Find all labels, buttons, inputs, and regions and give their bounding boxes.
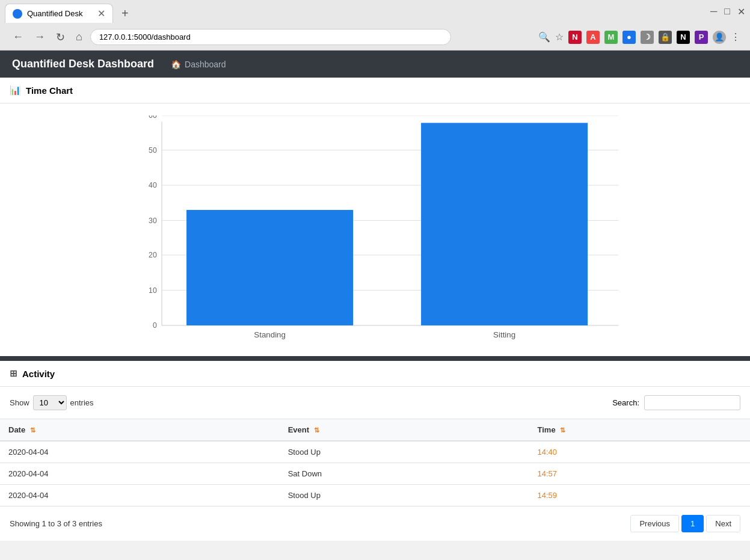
show-label: Show: [10, 398, 29, 407]
svg-text:10: 10: [149, 286, 157, 295]
search-area: Search:: [612, 395, 740, 410]
time-cell: 14:57: [529, 463, 750, 485]
svg-text:60: 60: [149, 115, 157, 120]
home-button[interactable]: ⌂: [73, 29, 85, 45]
event-column-header[interactable]: Event ⇅: [280, 419, 529, 442]
table-row: 2020-04-04 Stood Up 14:59: [0, 485, 750, 506]
time-column-header[interactable]: Time ⇅: [529, 419, 750, 442]
previous-button[interactable]: Previous: [630, 515, 679, 532]
activity-section: ⊞ Activity Show 10 25 50 100 entries Sea…: [0, 361, 750, 541]
time-chart-title: Time Chart: [26, 85, 73, 96]
extension-lock-icon[interactable]: 🔒: [659, 31, 672, 44]
search-input[interactable]: [644, 395, 740, 410]
table-row: 2020-04-04 Sat Down 14:57: [0, 463, 750, 485]
event-cell: Stood Up: [280, 441, 529, 463]
activity-controls: Show 10 25 50 100 entries Search:: [0, 387, 750, 419]
app-title: Quantified Desk Dashboard: [12, 58, 154, 70]
next-button[interactable]: Next: [706, 515, 740, 532]
page-content: Quantified Desk Dashboard 🏠 Dashboard 📊 …: [0, 51, 750, 541]
extension-blue-icon[interactable]: ●: [622, 31, 636, 44]
extension-notion-icon[interactable]: N: [677, 31, 690, 44]
tab-favicon: [13, 9, 22, 19]
standing-bar: [186, 210, 353, 325]
app-header: Quantified Desk Dashboard 🏠 Dashboard: [0, 51, 750, 78]
url-input[interactable]: [90, 29, 451, 45]
forward-button[interactable]: →: [31, 29, 48, 45]
time-sort-icon: ⇅: [560, 426, 565, 434]
bookmark-icon[interactable]: ☆: [555, 31, 564, 43]
browser-tab[interactable]: Quantified Desk ✕: [5, 4, 113, 23]
svg-text:Sitting: Sitting: [493, 330, 515, 339]
entries-select[interactable]: 10 25 50 100: [33, 395, 67, 410]
svg-text:50: 50: [149, 146, 157, 155]
address-bar: ← → ↻ ⌂ 🔍 ☆ N A M ● ☽ 🔒 N P 👤 ⋮: [5, 26, 745, 50]
window-controls: ─ □ ✕: [710, 6, 745, 21]
svg-text:30: 30: [149, 217, 157, 225]
section-divider: [0, 356, 750, 361]
browser-chrome: Quantified Desk ✕ + ─ □ ✕ ← → ↻ ⌂ 🔍 ☆ N …: [0, 0, 750, 51]
back-button[interactable]: ←: [10, 29, 26, 45]
profile-avatar[interactable]: 👤: [713, 31, 726, 44]
event-cell: Sat Down: [280, 463, 529, 485]
extension-pocket-icon[interactable]: P: [695, 31, 708, 44]
svg-text:Standing: Standing: [254, 330, 286, 339]
event-sort-icon: ⇅: [314, 426, 319, 434]
event-cell: Stood Up: [280, 485, 529, 506]
search-label: Search:: [612, 398, 639, 407]
time-cell: 14:59: [529, 485, 750, 506]
nav-label: Dashboard: [185, 60, 226, 69]
table-header-row: Date ⇅ Event ⇅ Time ⇅: [0, 419, 750, 442]
time-chart-header: 📊 Time Chart: [0, 78, 750, 103]
search-icon[interactable]: 🔍: [538, 31, 550, 43]
extension-momentum-icon[interactable]: M: [604, 31, 618, 44]
table-row: 2020-04-04 Stood Up 14:40: [0, 441, 750, 463]
new-tab-button[interactable]: +: [117, 4, 134, 23]
activity-table: Date ⇅ Event ⇅ Time ⇅ 2020-04-04 Stood U…: [0, 419, 750, 506]
time-cell: 14:40: [529, 441, 750, 463]
bar-chart-svg: 0 10 20 30 40 50 60 Standing Sitting: [30, 115, 738, 350]
show-entries-control: Show 10 25 50 100 entries: [10, 395, 94, 410]
sitting-bar: [421, 123, 588, 325]
date-cell: 2020-04-04: [0, 463, 280, 485]
tab-close-button[interactable]: ✕: [97, 8, 105, 19]
svg-text:40: 40: [149, 181, 157, 189]
home-nav-icon: 🏠: [171, 60, 181, 69]
pagination-controls: Previous 1 Next: [630, 515, 740, 532]
activity-header: ⊞ Activity: [0, 361, 750, 387]
table-icon: ⊞: [10, 368, 17, 379]
extension-adblock-icon[interactable]: A: [586, 31, 600, 44]
chart-area: 0 10 20 30 40 50 60 Standing Sitting: [0, 103, 750, 356]
tab-title: Quantified Desk: [27, 9, 83, 18]
date-cell: 2020-04-04: [0, 441, 280, 463]
bar-chart-icon: 📊: [10, 85, 21, 96]
minimize-button[interactable]: ─: [710, 6, 717, 17]
extension-onenote-icon[interactable]: N: [568, 31, 582, 44]
pagination-info: Showing 1 to 3 of 3 entries: [10, 519, 102, 528]
entries-label: entries: [70, 398, 94, 407]
page-1-button[interactable]: 1: [681, 515, 704, 532]
activity-title: Activity: [22, 369, 55, 379]
refresh-button[interactable]: ↻: [53, 29, 68, 45]
svg-text:0: 0: [153, 321, 157, 330]
extension-moon-icon[interactable]: ☽: [641, 31, 654, 44]
date-column-header[interactable]: Date ⇅: [0, 419, 280, 442]
maximize-button[interactable]: □: [724, 6, 730, 17]
table-body: 2020-04-04 Stood Up 14:40 2020-04-04 Sat…: [0, 441, 750, 506]
header-nav: 🏠 Dashboard: [171, 60, 226, 69]
date-cell: 2020-04-04: [0, 485, 280, 506]
browser-toolbar-icons: 🔍 ☆ N A M ● ☽ 🔒 N P 👤 ⋮: [538, 31, 740, 44]
pagination-area: Showing 1 to 3 of 3 entries Previous 1 N…: [0, 506, 750, 541]
browser-menu-icon[interactable]: ⋮: [731, 31, 740, 43]
close-button[interactable]: ✕: [737, 6, 745, 17]
svg-text:20: 20: [149, 251, 157, 259]
date-sort-icon: ⇅: [30, 426, 35, 434]
